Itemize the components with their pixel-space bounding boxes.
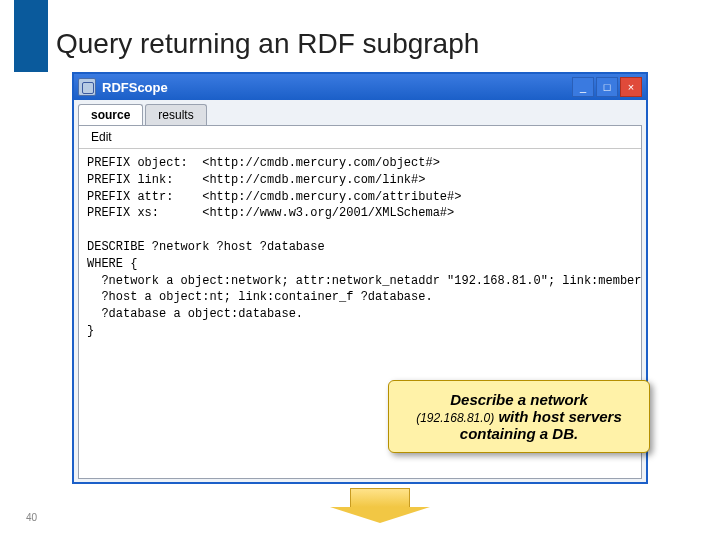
callout-line2: (192.168.81.0) with host servers contain… <box>401 408 637 442</box>
java-cup-icon <box>78 78 96 96</box>
callout-ip: (192.168.81.0) <box>416 411 494 425</box>
menu-bar: Edit <box>79 126 641 149</box>
query-editor[interactable]: PREFIX object: <http://cmdb.mercury.com/… <box>79 149 641 346</box>
tab-results[interactable]: results <box>145 104 206 125</box>
titlebar[interactable]: RDFScope _ □ × <box>74 74 646 100</box>
page-number: 40 <box>26 512 37 523</box>
window-title: RDFScope <box>102 80 572 95</box>
tab-source[interactable]: source <box>78 104 143 125</box>
menu-edit[interactable]: Edit <box>85 128 118 146</box>
tab-bar: source results <box>74 100 646 125</box>
callout-box: Describe a network (192.168.81.0) with h… <box>388 380 650 453</box>
close-button[interactable]: × <box>620 77 642 97</box>
slide-title: Query returning an RDF subgraph <box>56 28 479 60</box>
callout-line1: Describe a network <box>401 391 637 408</box>
minimize-button[interactable]: _ <box>572 77 594 97</box>
down-arrow-icon <box>330 488 430 522</box>
slide-accent-bar <box>14 0 48 72</box>
maximize-button[interactable]: □ <box>596 77 618 97</box>
